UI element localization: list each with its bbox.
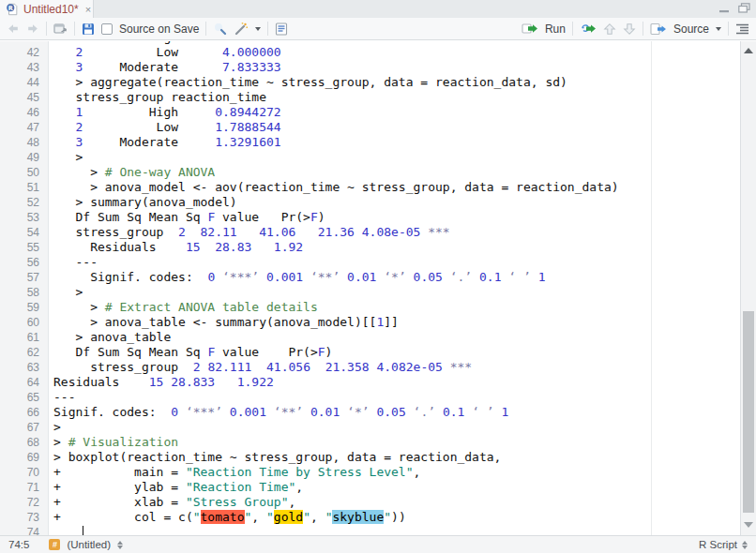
- line-number[interactable]: 72: [0, 495, 48, 510]
- code-line[interactable]: Signif. codes: 0 ‘***’ 0.001 ‘**’ 0.01 ‘…: [53, 270, 740, 285]
- code-line[interactable]: stress_group 2 82.11 41.06 21.36 4.08e-0…: [53, 225, 740, 240]
- line-number[interactable]: 64: [0, 375, 48, 390]
- line-number[interactable]: 74: [0, 525, 48, 535]
- minimize-pane-icon[interactable]: [718, 4, 730, 13]
- source-label[interactable]: Source: [673, 22, 709, 36]
- run-icon[interactable]: [522, 22, 538, 35]
- code-line[interactable]: > # Extract ANOVA table details: [53, 300, 740, 315]
- code-line[interactable]: > # One-way ANOVA: [53, 165, 740, 180]
- scroll-up-icon[interactable]: [744, 48, 753, 53]
- tab-untitled10[interactable]: R Untitled10* ×: [0, 0, 94, 18]
- run-label[interactable]: Run: [545, 22, 566, 36]
- code-line[interactable]: ---: [53, 390, 740, 405]
- code-line[interactable]: Residuals 15 28.83 1.92: [53, 240, 740, 255]
- toolbar-separator: [267, 22, 268, 36]
- code-line[interactable]: + xlab = "Stress Group",: [53, 495, 740, 510]
- code-line[interactable]: + col = c("tomato", "gold", "skyblue")): [53, 510, 740, 525]
- compile-report-icon[interactable]: [275, 22, 288, 36]
- file-type-updown-icon[interactable]: [742, 541, 748, 549]
- code-line[interactable]: + main = "Reaction Time by Stress Level"…: [53, 465, 740, 480]
- line-number[interactable]: 65: [0, 390, 48, 405]
- line-number[interactable]: 56: [0, 255, 48, 270]
- line-number[interactable]: 52: [0, 195, 48, 210]
- line-number[interactable]: 62: [0, 345, 48, 360]
- code-line[interactable]: > summary(anova_model): [53, 195, 740, 210]
- line-number[interactable]: 48: [0, 135, 48, 150]
- line-number[interactable]: 51: [0, 180, 48, 195]
- file-type-label[interactable]: R Script: [699, 539, 737, 550]
- code-line[interactable]: 1 High 0.8944272: [53, 105, 740, 120]
- code-line[interactable]: 3 Moderate 1.3291601: [53, 135, 740, 150]
- code-area[interactable]: 1 High 9.000000 2 Low 4.000000 3 Moderat…: [49, 41, 740, 535]
- line-number[interactable]: 55: [0, 240, 48, 255]
- line-number[interactable]: 57: [0, 270, 48, 285]
- back-icon[interactable]: [7, 22, 20, 35]
- line-number[interactable]: 71: [0, 480, 48, 495]
- code-line[interactable]: stress_group reaction_time: [53, 90, 740, 105]
- line-number[interactable]: 43: [0, 60, 48, 75]
- line-number[interactable]: 42: [0, 45, 48, 60]
- line-number[interactable]: 69: [0, 450, 48, 465]
- scope-selector[interactable]: (Untitled): [67, 539, 111, 550]
- color-swatch-skyblue: skyblue: [332, 510, 384, 524]
- line-number[interactable]: 73: [0, 510, 48, 525]
- forward-icon[interactable]: [26, 22, 39, 35]
- code-line[interactable]: > boxplot(reaction_time ~ stress_group, …: [53, 450, 740, 465]
- code-tools-wand-icon[interactable]: [234, 22, 249, 36]
- code-line[interactable]: 2 Low 1.7888544: [53, 120, 740, 135]
- line-number[interactable]: 66: [0, 405, 48, 420]
- save-icon[interactable]: [82, 22, 95, 36]
- code-line[interactable]: Df Sum Sq Mean Sq F value Pr(>F): [53, 210, 740, 225]
- next-section-icon[interactable]: [623, 22, 636, 36]
- line-number[interactable]: 44: [0, 75, 48, 90]
- open-in-new-window-icon[interactable]: [53, 22, 68, 35]
- line-number[interactable]: 46: [0, 105, 48, 120]
- scope-updown-icon[interactable]: [117, 541, 123, 549]
- document-outline-icon[interactable]: [735, 22, 749, 35]
- line-number[interactable]: 63: [0, 360, 48, 375]
- previous-section-icon[interactable]: [603, 22, 616, 36]
- line-number[interactable]: 59: [0, 300, 48, 315]
- line-number[interactable]: 54: [0, 225, 48, 240]
- line-number[interactable]: 60: [0, 315, 48, 330]
- code-line[interactable]: stress_group 2 82.111 41.056 21.358 4.08…: [53, 360, 740, 375]
- code-line[interactable]: > anova_table: [53, 330, 740, 345]
- code-line[interactable]: > aggregate(reaction_time ~ stress_group…: [53, 75, 740, 90]
- line-number[interactable]: 61: [0, 330, 48, 345]
- code-line[interactable]: + ylab = "Reaction Time",: [53, 480, 740, 495]
- tab-close-icon[interactable]: ×: [85, 4, 91, 15]
- vertical-scrollbar[interactable]: [740, 41, 756, 535]
- tab-bar: R Untitled10* ×: [0, 0, 756, 18]
- scroll-down-icon[interactable]: [744, 522, 753, 528]
- line-number[interactable]: 67: [0, 420, 48, 435]
- line-number[interactable]: 58: [0, 285, 48, 300]
- code-line[interactable]: Signif. codes: 0 ‘***’ 0.001 ‘**’ 0.01 ‘…: [53, 405, 740, 420]
- code-line[interactable]: >: [53, 420, 740, 435]
- code-tools-dropdown-icon[interactable]: [255, 27, 261, 31]
- line-number[interactable]: 45: [0, 90, 48, 105]
- code-line[interactable]: > anova_model <- aov(reaction_time ~ str…: [53, 180, 740, 195]
- line-number[interactable]: 53: [0, 210, 48, 225]
- source-icon[interactable]: [650, 22, 667, 36]
- maximize-pane-icon[interactable]: [738, 3, 750, 13]
- code-line[interactable]: > # Visualization: [53, 435, 740, 450]
- code-line[interactable]: 3 Moderate 7.833333: [53, 60, 740, 75]
- code-line[interactable]: >: [53, 285, 740, 300]
- line-number[interactable]: 68: [0, 435, 48, 450]
- find-replace-icon[interactable]: [213, 22, 227, 36]
- line-number[interactable]: 70: [0, 465, 48, 480]
- source-on-save-checkbox[interactable]: [101, 23, 113, 35]
- source-dropdown-icon[interactable]: [716, 27, 721, 31]
- code-line[interactable]: 2 Low 4.000000: [53, 45, 740, 60]
- code-line[interactable]: ---: [53, 255, 740, 270]
- rerun-previous-icon[interactable]: [580, 22, 597, 35]
- code-line[interactable]: > anova_table <- summary(anova_model)[[1…: [53, 315, 740, 330]
- code-line[interactable]: [53, 525, 740, 535]
- line-number[interactable]: 49: [0, 150, 48, 165]
- scrollbar-thumb[interactable]: [743, 311, 754, 513]
- code-line[interactable]: Residuals 15 28.833 1.922: [53, 375, 740, 390]
- line-number[interactable]: 50: [0, 165, 48, 180]
- code-line[interactable]: >: [53, 150, 740, 165]
- code-line[interactable]: Df Sum Sq Mean Sq F value Pr(>F): [53, 345, 740, 360]
- line-number[interactable]: 47: [0, 120, 48, 135]
